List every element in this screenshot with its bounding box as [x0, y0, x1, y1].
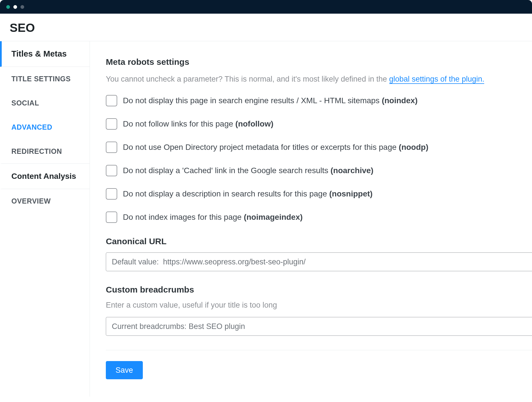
breadcrumbs-title: Custom breadcrumbs [106, 285, 532, 295]
titlebar [0, 0, 532, 14]
traffic-light-maximize-icon[interactable] [20, 5, 24, 9]
checkbox-noarchive[interactable] [106, 165, 117, 176]
checkbox-text: Do not display a description in search r… [123, 189, 329, 198]
checkbox-label-noimageindex[interactable]: Do not index images for this page (noima… [123, 213, 303, 222]
sidebar-item-label: SOCIAL [11, 99, 39, 107]
sidebar-item-label: TITLE SETTINGS [11, 75, 71, 83]
layout: Titles & Metas TITLE SETTINGS SOCIAL ADV… [0, 41, 532, 397]
checkbox-bold: (nosnippet) [329, 189, 372, 198]
checkbox-nofollow[interactable] [106, 118, 117, 130]
save-button[interactable]: Save [106, 361, 143, 379]
sidebar-item-title-settings[interactable]: TITLE SETTINGS [0, 67, 90, 91]
checkbox-text: Do not follow links for this page [123, 119, 235, 128]
checkbox-row-nofollow: Do not follow links for this page (nofol… [106, 118, 532, 130]
canonical-url-title: Canonical URL [106, 237, 532, 246]
global-settings-link[interactable]: global settings of the plugin. [389, 75, 484, 84]
sidebar-item-label: ADVANCED [11, 123, 52, 131]
section-title-meta-robots: Meta robots settings [106, 57, 532, 67]
sidebar: Titles & Metas TITLE SETTINGS SOCIAL ADV… [0, 41, 90, 397]
checkbox-noimageindex[interactable] [106, 212, 117, 223]
checkbox-bold: (noimageindex) [244, 213, 303, 221]
sidebar-item-label: REDIRECTION [11, 147, 62, 155]
divider [106, 350, 532, 350]
checkbox-label-noodp[interactable]: Do not use Open Directory project metada… [123, 143, 428, 152]
checkbox-noindex[interactable] [106, 95, 117, 106]
sidebar-item-label: Titles & Metas [11, 49, 67, 58]
traffic-light-minimize-icon[interactable] [13, 5, 17, 9]
main-content: Meta robots settings You cannot uncheck … [90, 41, 532, 397]
checkbox-bold: (noindex) [382, 96, 418, 105]
checkbox-nosnippet[interactable] [106, 188, 117, 200]
checkbox-row-noarchive: Do not display a 'Cached' link in the Go… [106, 165, 532, 176]
checkbox-bold: (noarchive) [331, 166, 374, 175]
checkbox-text: Do not display a 'Cached' link in the Go… [123, 166, 331, 175]
checkbox-text: Do not use Open Directory project metada… [123, 143, 399, 152]
checkbox-bold: (nofollow) [235, 119, 273, 128]
checkbox-bold: (noodp) [399, 143, 428, 152]
sidebar-item-overview[interactable]: OVERVIEW [0, 189, 90, 213]
canonical-url-input[interactable] [106, 252, 532, 271]
app-window: SEO Titles & Metas TITLE SETTINGS SOCIAL… [0, 0, 532, 397]
checkbox-noodp[interactable] [106, 142, 117, 153]
traffic-light-close-icon[interactable] [6, 5, 10, 9]
page-title: SEO [10, 21, 522, 35]
page-header: SEO [0, 14, 532, 41]
checkbox-row-noodp: Do not use Open Directory project metada… [106, 142, 532, 153]
sidebar-item-social[interactable]: SOCIAL [0, 91, 90, 115]
checkbox-label-noarchive[interactable]: Do not display a 'Cached' link in the Go… [123, 166, 374, 175]
checkbox-text: Do not index images for this page [123, 213, 244, 221]
sidebar-item-redirection[interactable]: REDIRECTION [0, 139, 90, 163]
breadcrumbs-help: Enter a custom value, useful if your tit… [106, 301, 532, 310]
checkbox-label-nosnippet[interactable]: Do not display a description in search r… [123, 189, 373, 198]
checkbox-label-noindex[interactable]: Do not display this page in search engin… [123, 96, 418, 105]
sidebar-item-titles-metas[interactable]: Titles & Metas [0, 41, 90, 67]
sidebar-item-advanced[interactable]: ADVANCED [0, 115, 90, 139]
checkbox-row-nosnippet: Do not display a description in search r… [106, 188, 532, 200]
help-text: You cannot uncheck a parameter? This is … [106, 75, 532, 84]
help-text-prefix: You cannot uncheck a parameter? This is … [106, 75, 389, 83]
sidebar-item-label: Content Analysis [11, 172, 76, 181]
checkbox-row-noimageindex: Do not index images for this page (noima… [106, 212, 532, 223]
checkbox-label-nofollow[interactable]: Do not follow links for this page (nofol… [123, 119, 273, 129]
checkbox-row-noindex: Do not display this page in search engin… [106, 95, 532, 106]
sidebar-item-label: OVERVIEW [11, 197, 51, 205]
sidebar-item-content-analysis[interactable]: Content Analysis [0, 163, 90, 189]
checkbox-text: Do not display this page in search engin… [123, 96, 382, 105]
breadcrumbs-input[interactable] [106, 317, 532, 336]
